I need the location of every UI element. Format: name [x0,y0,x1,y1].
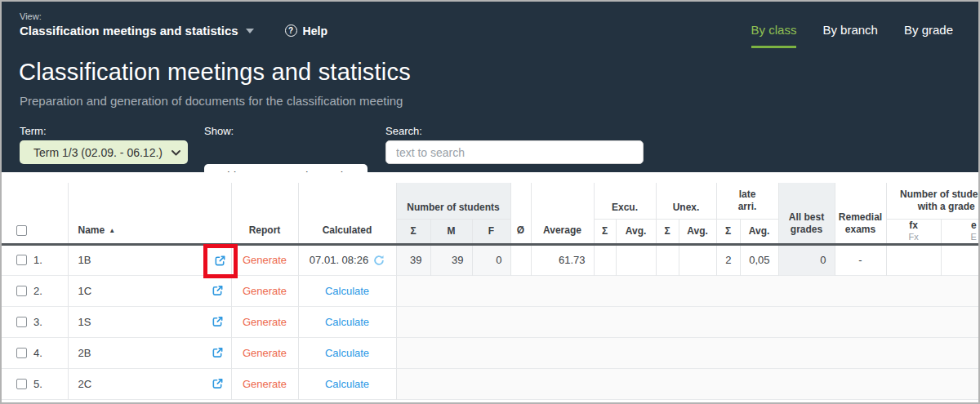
empty-statistics-area [396,275,978,306]
external-link-icon[interactable] [212,316,224,328]
classes-table-wrap: Name▲ Report Calculated Number of studen… [2,172,978,400]
view-selector[interactable]: Classification meetings and statistics [20,24,254,38]
row-index: 5. [33,378,42,390]
column-header-remedial-exams: Remedial exams [835,183,886,244]
refresh-icon[interactable] [373,255,385,266]
generate-report-link[interactable]: Generate [243,316,287,328]
external-link-icon[interactable] [212,347,224,359]
generate-report-link[interactable]: Generate [243,378,287,390]
column-header-e: e E [941,219,978,244]
view-label: View: [20,11,42,21]
term-select[interactable]: Term 1/3 (02.09. - 06.12.) [20,140,188,164]
column-header-late-avg: Avg. [740,219,778,244]
table-row: 1. 1B Gen [2,244,978,275]
excused-avg-cell [616,244,656,275]
row-index: 1. [33,254,42,266]
column-header-average: Average [531,183,594,244]
unexcused-sum-cell [656,244,679,275]
row-checkbox[interactable] [16,286,27,296]
row-checkbox[interactable] [16,317,27,327]
column-header-students-female: F [472,219,510,244]
phi-cell [510,244,531,275]
tab-by-grade[interactable]: By grade [904,23,953,48]
students-female: 0 [472,244,510,275]
generate-report-link[interactable]: Generate [243,347,287,359]
group-header-excused: Excu. [594,183,656,219]
group-header-late-arrivals: late arri. [716,183,778,219]
column-header-excused-avg: Avg. [616,219,656,244]
show-label: Show: [204,125,234,137]
external-link-icon[interactable] [212,285,224,297]
select-all-checkbox[interactable] [16,225,27,236]
excused-sum-cell [594,244,616,275]
class-name: 1C [78,285,92,297]
calculate-link[interactable]: Calculate [325,378,369,390]
e-cell [941,244,978,275]
class-name: 1B [78,254,91,266]
students-male: 39 [430,244,472,275]
column-header-phi: Ø [510,183,531,244]
caret-down-icon [246,29,254,33]
calculate-link[interactable]: Calculate [325,285,369,297]
row-index: 3. [33,316,42,328]
class-name: 1S [78,316,91,328]
late-avg-cell: 0,05 [740,244,778,275]
row-index: 4. [33,347,42,359]
chevron-down-icon [171,148,181,158]
generate-report-link[interactable]: Generate [243,254,287,266]
view-tabs: By class By branch By grade [751,23,953,48]
class-name: 2B [78,347,91,359]
search-label: Search: [385,125,422,137]
tab-by-branch[interactable]: By branch [822,23,878,48]
row-checkbox[interactable] [16,255,27,265]
search-input[interactable] [385,140,644,164]
term-select-value: Term 1/3 (02.09. - 06.12.) [33,146,163,159]
unexcused-avg-cell [679,244,716,275]
late-sum-cell: 2 [716,244,740,275]
generate-report-link[interactable]: Generate [243,285,287,297]
column-header-all-best-grades: All best grades [778,183,835,244]
column-header-fx: fx Fx [886,219,941,244]
dark-header: View: Classification meetings and statis… [2,2,978,172]
page-subtitle: Preparation and generation of documents … [20,94,403,108]
class-name: 2C [78,378,92,390]
app-window: View: Classification meetings and statis… [0,0,980,404]
empty-statistics-area [396,306,978,337]
external-link-icon[interactable] [212,378,224,390]
table-row: 2. 1C Generate Calculate [2,275,978,306]
help-button[interactable]: ? Help [285,24,327,38]
empty-statistics-area [396,337,978,368]
group-header-number-of-students: Number of students [396,183,510,219]
external-link-icon[interactable] [214,255,226,267]
term-label: Term: [20,125,47,137]
sort-asc-icon: ▲ [109,227,115,234]
help-label: Help [303,24,327,38]
table-row: 5. 2C Generate Calculate [2,368,978,399]
empty-statistics-area [396,368,978,399]
group-header-students-with-grade: Number of students with a grade [886,183,978,219]
column-header-unexcused-avg: Avg. [679,219,716,244]
column-header-name[interactable]: Name▲ [68,183,231,244]
classes-table: Name▲ Report Calculated Number of studen… [2,183,978,400]
help-icon: ? [285,24,297,37]
row-index: 2. [33,285,42,297]
column-header-calculated: Calculated [298,183,396,244]
row-checkbox[interactable] [16,348,27,358]
average-cell: 61.73 [531,244,594,275]
column-header-report: Report [231,183,298,244]
page-title: Classification meetings and statistics [19,59,411,86]
annotation-highlight-box [203,244,238,278]
column-header-late-sum: Σ [716,219,740,244]
group-header-unexcused: Unex. [656,183,716,219]
table-row: 4. 2B Generate Calculate [2,337,978,368]
remedial-exams-cell: - [835,244,886,275]
column-header-unexcused-sum: Σ [656,219,679,244]
row-checkbox[interactable] [16,379,27,389]
calculate-link[interactable]: Calculate [325,347,369,359]
tab-by-class[interactable]: By class [751,23,797,48]
calculate-link[interactable]: Calculate [325,316,369,328]
column-header-excused-sum: Σ [594,219,616,244]
calculated-timestamp: 07.01. 08:26 [310,254,368,266]
table-row: 3. 1S Generate Calculate [2,306,978,337]
view-selector-label: Classification meetings and statistics [20,24,238,38]
